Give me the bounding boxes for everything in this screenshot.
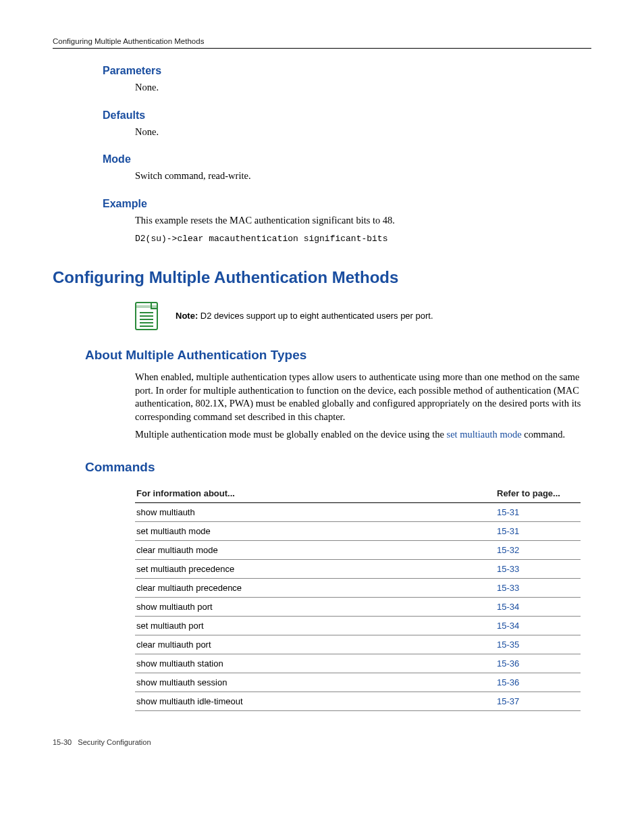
note-block: Note: D2 devices support up to eight aut… <box>135 302 591 329</box>
heading-parameters: Parameters <box>103 65 591 77</box>
note-icon <box>135 302 158 329</box>
command-name: show multiauth <box>135 503 495 522</box>
heading-mode: Mode <box>103 153 591 165</box>
command-page: 15-35 <box>495 635 581 654</box>
command-page: 15-33 <box>495 579 581 598</box>
page-link[interactable]: 15-31 <box>497 507 519 517</box>
page-header: Configuring Multiple Authentication Meth… <box>53 37 591 49</box>
command-page: 15-36 <box>495 673 581 692</box>
about-paragraph-2: Multiple authentication mode must be glo… <box>135 428 591 442</box>
mode-body: Switch command, read-write. <box>135 170 591 183</box>
page-link[interactable]: 15-36 <box>497 658 519 669</box>
command-name: clear multiauth mode <box>135 541 495 560</box>
command-page: 15-31 <box>495 503 581 522</box>
table-row: show multiauth15-31 <box>135 503 581 522</box>
table-row: set multiauth port15-34 <box>135 617 581 635</box>
commands-table: For information about... Refer to page..… <box>135 484 581 711</box>
command-page: 15-32 <box>495 541 581 560</box>
footer-page-number: 15-30 <box>53 738 72 746</box>
example-code: D2(su)->clear macauthentication signific… <box>135 234 591 244</box>
table-row: show multiauth port15-34 <box>135 598 581 617</box>
table-row: show multiauth station15-36 <box>135 654 581 673</box>
table-row: set multiauth mode15-31 <box>135 522 581 541</box>
command-name: set multiauth precedence <box>135 560 495 579</box>
note-label: Note: <box>176 311 198 321</box>
note-body: D2 devices support up to eight authentic… <box>200 311 433 321</box>
note-text: Note: D2 devices support up to eight aut… <box>176 311 433 321</box>
heading-about: About Multiple Authentication Types <box>85 348 591 363</box>
page-link[interactable]: 15-31 <box>497 526 519 536</box>
command-name: show multiauth session <box>135 673 495 692</box>
page-link[interactable]: 15-34 <box>497 602 519 612</box>
page-link[interactable]: 15-33 <box>497 583 519 593</box>
table-row: show multiauth idle-timeout15-37 <box>135 692 581 711</box>
command-page: 15-34 <box>495 598 581 617</box>
table-row: show multiauth session15-36 <box>135 673 581 692</box>
page-link[interactable]: 15-33 <box>497 564 519 574</box>
defaults-body: None. <box>135 126 591 139</box>
svg-rect-1 <box>136 305 157 308</box>
table-row: clear multiauth precedence15-33 <box>135 579 581 598</box>
commands-col-page: Refer to page... <box>495 484 581 503</box>
table-row: set multiauth precedence15-33 <box>135 560 581 579</box>
command-name: show multiauth port <box>135 598 495 617</box>
footer-chapter: Security Configuration <box>78 738 151 746</box>
heading-defaults: Defaults <box>103 109 591 122</box>
about-paragraph-1: When enabled, multiple authentication ty… <box>135 371 591 423</box>
command-name: clear multiauth precedence <box>135 579 495 598</box>
example-body: This example resets the MAC authenticati… <box>135 214 591 228</box>
table-row: clear multiauth port15-35 <box>135 635 581 654</box>
command-page: 15-31 <box>495 522 581 541</box>
parameters-body: None. <box>135 81 591 95</box>
about-p2-pre: Multiple authentication mode must be glo… <box>135 429 446 440</box>
page-link[interactable]: 15-37 <box>497 696 519 706</box>
command-page: 15-34 <box>495 617 581 635</box>
command-name: set multiauth port <box>135 617 495 635</box>
command-name: show multiauth idle-timeout <box>135 692 495 711</box>
command-name: show multiauth station <box>135 654 495 673</box>
page-footer: 15-30 Security Configuration <box>53 738 591 746</box>
heading-h1: Configuring Multiple Authentication Meth… <box>53 268 591 287</box>
heading-commands: Commands <box>85 460 591 475</box>
page-link[interactable]: 15-35 <box>497 640 519 650</box>
page-link[interactable]: 15-34 <box>497 621 519 631</box>
command-name: set multiauth mode <box>135 522 495 541</box>
table-row: clear multiauth mode15-32 <box>135 541 581 560</box>
command-page: 15-33 <box>495 560 581 579</box>
command-page: 15-36 <box>495 654 581 673</box>
page-link[interactable]: 15-36 <box>497 677 519 687</box>
running-title: Configuring Multiple Authentication Meth… <box>53 37 204 45</box>
link-set-multiauth-mode[interactable]: set multiauth mode <box>446 429 521 440</box>
page-link[interactable]: 15-32 <box>497 545 519 555</box>
heading-example: Example <box>103 198 591 210</box>
command-name: clear multiauth port <box>135 635 495 654</box>
about-p2-post: command. <box>522 429 565 440</box>
commands-col-info: For information about... <box>135 484 495 503</box>
command-page: 15-37 <box>495 692 581 711</box>
